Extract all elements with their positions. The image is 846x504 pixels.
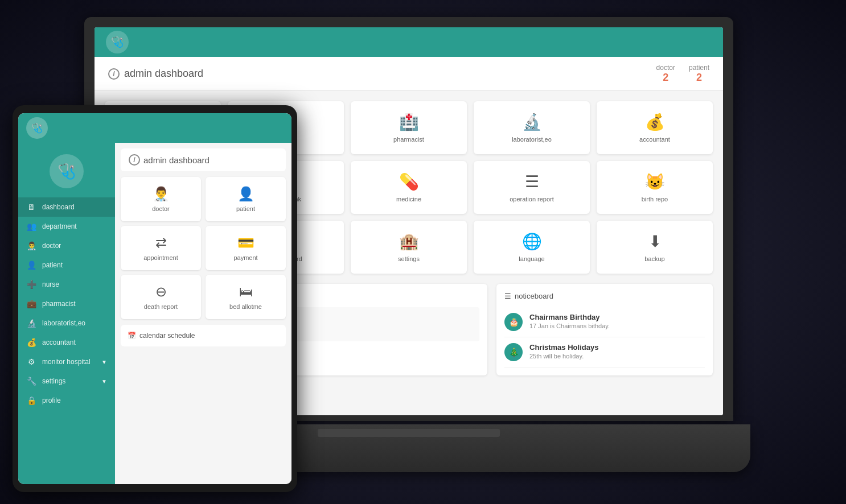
dash-card-icon: 💊 [399, 172, 419, 191]
tablet-main: i admin dashboard 👨‍⚕️ doctor 👤 patient … [115, 143, 291, 484]
tablet-grid: 👨‍⚕️ doctor 👤 patient ⇄ appointment 💳 pa… [121, 177, 286, 319]
dash-card-label: accountant [639, 136, 670, 143]
notice-content: Chairmans Birthday 17 Jan is Chairmans b… [529, 313, 610, 329]
laptop-card-operation-report[interactable]: ☰ operation report [474, 161, 590, 214]
laptop-card-accountant[interactable]: 💰 accountant [597, 101, 713, 154]
tablet-card-label: appointment [143, 254, 178, 261]
notice-item: 🎂 Chairmans Birthday 17 Jan is Chairmans… [504, 307, 705, 337]
sidebar-arrow-settings: ▼ [101, 378, 107, 385]
noticeboard-title: ☰ noticeboard [504, 292, 705, 300]
sidebar-icon-doctor: 👨‍⚕️ [26, 241, 36, 250]
sidebar-avatar: 🩺 [50, 154, 84, 188]
tablet-card-label: payment [233, 254, 257, 261]
tablet-card-icon: ⊖ [155, 284, 167, 300]
dash-card-icon: ☰ [525, 172, 539, 191]
laptop-card-language[interactable]: 🌐 language [474, 221, 590, 274]
laptop-page-title: i admin dashboard [108, 68, 203, 80]
tablet-card-label: patient [236, 205, 255, 212]
laptop-header: 🩺 [95, 27, 723, 57]
tablet-title-text: admin dashboard [143, 155, 210, 165]
tablet-logo: 🩺 [26, 117, 48, 139]
page-stats: doctor 2 patient 2 [656, 64, 709, 84]
dash-card-label: laboratorist,eo [512, 136, 552, 143]
sidebar-item-pharmacist[interactable]: 💼 pharmacist [18, 294, 115, 313]
dash-card-icon: 🌐 [522, 232, 542, 251]
notice-dot: 🎄 [504, 343, 523, 361]
patient-label: patient [689, 64, 709, 72]
sidebar-item-nurse[interactable]: ➕ nurse [18, 275, 115, 294]
tablet-card-patient[interactable]: 👤 patient [206, 177, 286, 221]
laptop-card-birth-report[interactable]: 😺 birth repo [597, 161, 713, 214]
sidebar-label-dashboard: dashboard [42, 203, 75, 211]
sidebar-icon-dashboard: 🖥 [26, 203, 36, 212]
tablet-info-icon: i [129, 154, 140, 166]
doctor-stat: doctor 2 [656, 64, 675, 84]
tablet-card-doctor[interactable]: 👨‍⚕️ doctor [121, 177, 201, 221]
tablet: 🩺 🩺 🖥 dashboard 👥 department 👨‍⚕️ doctor… [13, 105, 297, 492]
tablet-card-label: death report [144, 303, 178, 310]
tablet-header: 🩺 [18, 113, 291, 143]
notices-list: 🎂 Chairmans Birthday 17 Jan is Chairmans… [504, 307, 705, 367]
dash-card-label: settings [398, 255, 420, 262]
sidebar-item-accountant[interactable]: 💰 accountant [18, 333, 115, 352]
sidebar-item-department[interactable]: 👥 department [18, 217, 115, 236]
laptop-card-medicine[interactable]: 💊 medicine [351, 161, 467, 214]
tablet-calendar-label: calendar schedule [139, 332, 195, 340]
notice-desc: 25th will be holiday. [529, 353, 598, 360]
sidebar-logo-area: 🩺 [18, 148, 115, 197]
sidebar-label-monitor-hospital: monitor hospital [42, 358, 91, 366]
notice-title: Chairmans Birthday [529, 313, 610, 321]
sidebar-icon-nurse: ➕ [26, 280, 36, 289]
sidebar-icon-monitor-hospital: ⚙ [26, 357, 36, 366]
notice-dot: 🎂 [504, 313, 523, 331]
tablet-card-label: doctor [152, 205, 170, 212]
sidebar-item-profile[interactable]: 🔒 profile [18, 391, 115, 410]
patient-value: 2 [689, 72, 709, 84]
dash-card-icon: 🔬 [522, 113, 542, 131]
laptop-card-pharmacist[interactable]: 🏥 pharmacist [351, 101, 467, 154]
sidebar-item-laboratorist[interactable]: 🔬 laboratorist,eo [18, 313, 115, 333]
sidebar-icon-pharmacist: 💼 [26, 299, 36, 308]
sidebar-item-patient[interactable]: 👤 patient [18, 255, 115, 275]
tablet-card-icon: 👨‍⚕️ [153, 186, 170, 202]
noticeboard-section: ☰ noticeboard 🎂 Chairmans Birthday 17 Ja… [496, 284, 713, 375]
sidebar-label-nurse: nurse [42, 280, 59, 288]
laptop-card-settings[interactable]: 🏨 settings [351, 221, 467, 274]
tablet-calendar: 📅 calendar schedule [121, 325, 286, 346]
tablet-card-bed-allotment[interactable]: 🛏 bed allotme [206, 275, 286, 319]
sidebar-icon-settings: 🔧 [26, 377, 36, 386]
tablet-card-label: bed allotme [229, 303, 262, 310]
tablet-card-payment[interactable]: 💳 payment [206, 226, 286, 270]
laptop-title-text: admin dashboard [124, 68, 203, 80]
sidebar-item-monitor-hospital[interactable]: ⚙ monitor hospital ▼ [18, 352, 115, 371]
tablet-page-header: i admin dashboard [121, 148, 286, 171]
dash-card-icon: ⬇ [648, 232, 662, 251]
patient-stat: patient 2 [689, 64, 709, 84]
doctor-value: 2 [656, 72, 675, 84]
dash-card-icon: 🏥 [399, 113, 419, 131]
dash-card-icon: 🏨 [399, 232, 419, 251]
laptop-card-laboratorist[interactable]: 🔬 laboratorist,eo [474, 101, 590, 154]
tablet-card-appointment[interactable]: ⇄ appointment [121, 226, 201, 270]
tablet-card-icon: ⇄ [155, 235, 167, 251]
notice-content: Christmas Holidays 25th will be holiday. [529, 343, 598, 360]
sidebar-item-doctor[interactable]: 👨‍⚕️ doctor [18, 236, 115, 255]
laptop-logo: 🩺 [106, 31, 129, 53]
sidebar-item-settings[interactable]: 🔧 settings ▼ [18, 371, 115, 391]
doctor-label: doctor [656, 64, 675, 72]
sidebar-label-pharmacist: pharmacist [42, 300, 76, 308]
laptop-card-backup[interactable]: ⬇ backup [597, 221, 713, 274]
sidebar-icon-laboratorist: 🔬 [26, 319, 36, 328]
tablet-screen: 🩺 🩺 🖥 dashboard 👥 department 👨‍⚕️ doctor… [18, 113, 291, 484]
dash-card-label: backup [644, 255, 664, 262]
sidebar-item-dashboard[interactable]: 🖥 dashboard [18, 197, 115, 217]
sidebar-items: 🖥 dashboard 👥 department 👨‍⚕️ doctor 👤 p… [18, 197, 115, 410]
sidebar-label-department: department [42, 222, 77, 230]
dash-card-icon: 💰 [645, 113, 665, 131]
sidebar-label-laboratorist: laboratorist,eo [42, 319, 85, 327]
dash-card-label: medicine [396, 196, 421, 203]
sidebar-arrow-monitor-hospital: ▼ [101, 359, 107, 365]
tablet-card-death-report[interactable]: ⊖ death report [121, 275, 201, 319]
sidebar-label-doctor: doctor [42, 242, 61, 250]
tablet-sidebar: 🩺 🖥 dashboard 👥 department 👨‍⚕️ doctor 👤… [18, 143, 115, 484]
